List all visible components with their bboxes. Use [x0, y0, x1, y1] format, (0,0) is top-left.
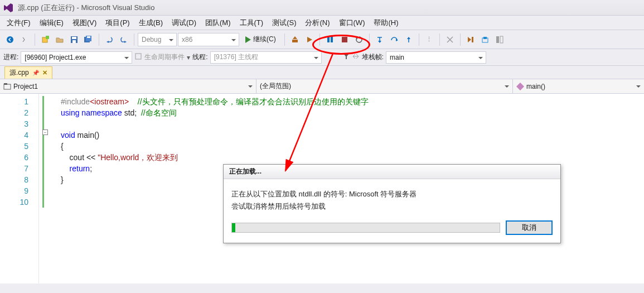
member-combo[interactable]: main(): [513, 79, 644, 93]
toolbar-btn-e[interactable]: [493, 33, 506, 46]
svg-marker-19: [378, 41, 381, 43]
cancel-button[interactable]: 取消: [506, 220, 553, 235]
filter-button[interactable]: [343, 53, 350, 61]
svg-rect-6: [72, 40, 76, 43]
debug-step-button-2[interactable]: [303, 33, 316, 46]
menu-project[interactable]: 项目(P): [101, 16, 134, 30]
step-over-button[interactable]: [388, 33, 401, 46]
toolbar-btn-d[interactable]: [478, 33, 492, 46]
thread-combo[interactable]: [91376] 主线程: [210, 51, 322, 64]
lifecycle-label: 生命周期事件: [144, 52, 185, 62]
save-all-button[interactable]: [82, 33, 95, 46]
play-icon: [245, 36, 251, 43]
loading-dialog: 正在加载... 正在从以下位置加载 ntdll.dll 的符号: Microso…: [223, 164, 561, 243]
document-tabs: 源.cpp 📌 ✕: [0, 66, 644, 79]
close-icon[interactable]: ✕: [42, 69, 47, 76]
svg-point-1: [7, 36, 13, 43]
restart-button[interactable]: [352, 33, 366, 46]
pin-icon[interactable]: 📌: [32, 70, 39, 76]
tab-source-cpp[interactable]: 源.cpp 📌 ✕: [4, 66, 52, 79]
platform-combo[interactable]: x86: [178, 33, 239, 46]
thread-label: 线程:: [192, 52, 207, 62]
svg-rect-16: [331, 37, 333, 42]
save-button[interactable]: [67, 33, 81, 46]
menu-tools[interactable]: 工具(T): [235, 16, 268, 30]
menu-build[interactable]: 生成(B): [134, 16, 167, 30]
stackframe-combo[interactable]: main: [386, 51, 486, 64]
menu-analyze[interactable]: 分析(N): [301, 16, 334, 30]
svg-rect-15: [327, 37, 330, 42]
menu-bar: 文件(F) 编辑(E) 视图(V) 项目(P) 生成(B) 调试(D) 团队(M…: [0, 16, 644, 30]
menu-view[interactable]: 视图(V): [68, 16, 101, 30]
svg-rect-31: [4, 83, 7, 85]
separator: [460, 33, 461, 46]
svg-rect-9: [87, 36, 90, 38]
svg-rect-32: [516, 83, 524, 90]
open-button[interactable]: [53, 33, 66, 46]
project-name: Project1: [13, 83, 38, 90]
separator: [419, 33, 419, 46]
separator: [134, 33, 134, 46]
step-out-button[interactable]: [402, 33, 415, 46]
lifecycle-button[interactable]: [134, 52, 142, 62]
member-name: main(): [526, 83, 545, 90]
svg-marker-13: [293, 36, 297, 39]
stackframe-label: 堆栈帧:: [362, 52, 384, 62]
debug-toolbar: 进程: [96960] Project1.exe 生命周期事件 ▾ 线程: [9…: [0, 49, 644, 66]
separator: [284, 33, 285, 46]
continue-button[interactable]: 继续(C): [240, 32, 281, 47]
dialog-msg-line2: 尝试取消将禁用后续符号加载: [231, 200, 553, 213]
process-label: 进程:: [3, 52, 18, 62]
undo-button[interactable]: [103, 33, 116, 46]
svg-rect-26: [496, 36, 499, 43]
svg-rect-28: [135, 54, 141, 59]
toggle-button[interactable]: [352, 53, 360, 61]
config-combo[interactable]: Debug: [138, 33, 177, 46]
svg-marker-29: [343, 54, 349, 59]
dialog-message: 正在从以下位置加载 ntdll.dll 的符号: Microsoft 符号服务器…: [231, 188, 553, 213]
svg-marker-0: [4, 3, 13, 12]
dialog-title: 正在加载...: [224, 165, 560, 179]
method-icon: [516, 83, 524, 90]
separator: [99, 33, 99, 46]
svg-rect-5: [72, 37, 76, 39]
toolbar-btn-c[interactable]: [464, 33, 477, 46]
progress-bar: [231, 223, 500, 233]
collapse-icon[interactable]: −: [42, 129, 48, 135]
svg-rect-27: [500, 36, 503, 43]
project-combo[interactable]: Project1: [0, 79, 256, 93]
title-bar: 源.cpp (正在运行) - Microsoft Visual Studio: [0, 0, 644, 16]
svg-rect-25: [483, 37, 487, 39]
menu-team[interactable]: 团队(M): [201, 16, 235, 30]
menu-debug[interactable]: 调试(D): [167, 16, 201, 30]
menu-help[interactable]: 帮助(H): [369, 16, 403, 30]
svg-marker-10: [106, 41, 109, 43]
new-project-button[interactable]: [38, 33, 52, 46]
debug-step-button-1[interactable]: [288, 33, 302, 46]
stop-button[interactable]: [338, 33, 351, 46]
menu-window[interactable]: 窗口(W): [335, 16, 370, 30]
separator: [369, 33, 370, 46]
pause-button[interactable]: [323, 33, 337, 46]
svg-rect-3: [46, 36, 49, 39]
svg-rect-17: [342, 37, 347, 42]
step-into-button[interactable]: [373, 33, 386, 46]
scope-combo[interactable]: (全局范围): [256, 79, 513, 93]
process-combo[interactable]: [96960] Project1.exe: [21, 51, 132, 64]
tab-label: 源.cpp: [9, 68, 29, 78]
code-nav-bar: Project1 (全局范围) main(): [0, 79, 644, 94]
dialog-msg-line1: 正在从以下位置加载 ntdll.dll 的符号: Microsoft 符号服务器: [231, 188, 553, 200]
redo-button[interactable]: [117, 33, 130, 46]
toolbar-btn-b[interactable]: [443, 33, 457, 46]
vs-logo-icon: [3, 3, 13, 13]
menu-file[interactable]: 文件(F): [2, 16, 35, 30]
menu-test[interactable]: 测试(S): [268, 16, 301, 30]
separator: [439, 33, 440, 46]
nav-back-button[interactable]: [3, 33, 17, 46]
separator: [319, 33, 320, 46]
svg-rect-12: [292, 40, 298, 42]
menu-edit[interactable]: 编辑(E): [35, 16, 68, 30]
nav-fwd-button[interactable]: [18, 33, 31, 46]
toolbar-btn-a[interactable]: ⋮: [423, 33, 436, 46]
scope-name: (全局范围): [260, 81, 291, 91]
